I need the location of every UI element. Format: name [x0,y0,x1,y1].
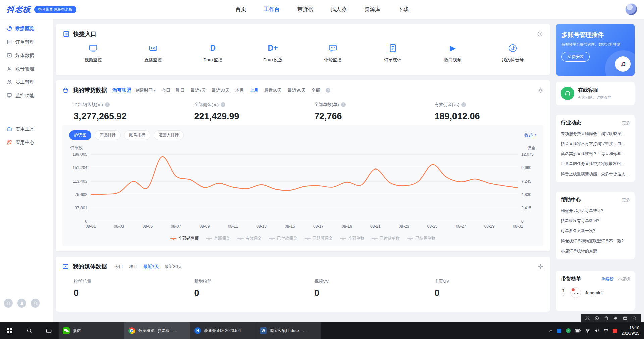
trash-icon[interactable] [604,316,608,320]
legend-total-sales[interactable]: 全部销售额 [170,235,199,241]
help-item[interactable]: 订单多久更新一次? [561,226,630,236]
tab-taoke-rank[interactable]: 淘客榜 [602,276,614,282]
sidebar-item-tools[interactable]: 实用工具 [0,123,53,136]
task-view-button[interactable] [39,322,58,339]
info-icon[interactable]: ? [461,102,466,107]
tab-taobao-alliance[interactable]: 淘宝联盟 [112,87,131,93]
user-avatar[interactable] [625,3,637,15]
info-icon[interactable]: ? [341,102,346,107]
news-item[interactable]: 巨量星图任务直播带货将收取20%... [561,159,630,169]
onedrive-tray-icon[interactable] [557,329,561,333]
quick-item-dou-monitor[interactable]: D Dou+监控 [183,43,243,63]
sidebar-item-accounts[interactable]: 账号管理 [0,62,53,76]
info-icon[interactable]: ? [105,102,110,107]
quick-item-order-stats[interactable]: 订单统计 [363,43,423,63]
news-more-link[interactable]: 更多 [622,120,630,126]
media-filter-yesterday[interactable]: 昨日 [129,264,138,270]
start-button[interactable] [0,322,19,339]
hidden-icons-chevron-icon[interactable] [549,329,553,332]
sidebar-item-app-center[interactable]: 应用中心 [0,136,53,149]
taskbar-app-wechat[interactable]: 微信 [58,322,124,339]
sidebar-item-data-overview[interactable]: 数据概览 [0,22,53,36]
sidebar-item-orders[interactable]: 订单管理 [0,36,53,49]
taskbar-app-word[interactable]: W 淘宝客项目.docx - ... [256,322,321,339]
online-service-card[interactable]: 在线客服 咨询问题、进交流群 [556,82,635,105]
customer-service-float-icon[interactable] [4,299,13,308]
quick-entry-settings-gear-icon[interactable] [537,31,543,37]
scissors-icon[interactable] [585,316,590,320]
tab-product-rank[interactable]: 商品排行 [95,130,121,140]
legend-paid-commission[interactable]: 已付款佣金 [269,235,297,241]
filter-this-month[interactable]: 本月 [235,87,244,93]
collapse-button[interactable]: 收起∧ [524,132,537,138]
app-logo[interactable]: 抖老板 [7,4,31,15]
taskbar-app-chrome[interactable]: 数据概览 - 抖老板 - ... [124,322,190,339]
media-settings-gear-icon[interactable] [538,264,543,269]
help-item[interactable]: 抖老板没有订单数据? [561,216,630,226]
legend-total-orders[interactable]: 全部单数 [340,235,364,241]
help-more-link[interactable]: 更多 [622,197,630,203]
tab-account-rank[interactable]: 账号排行 [124,130,150,140]
window-icon[interactable] [623,316,627,320]
sidebar-item-monitoring[interactable]: 监控功能 [0,89,53,103]
quick-item-hot-videos[interactable]: ▶ 热门视频 [423,43,483,63]
taskbar-clock[interactable]: 16:10 2020/9/25 [622,325,639,336]
security-shield-tray-icon[interactable]: ✓ [566,328,571,333]
create-time-dropdown[interactable]: 创建时间 ▾ [135,87,156,93]
help-item[interactable]: 如何开启小店订单统计? [561,206,630,216]
nav-item-workbench[interactable]: 工作台 [264,6,280,13]
sales-settings-gear-icon[interactable] [538,87,543,93]
search-icon[interactable] [632,316,637,320]
news-item[interactable]: 专项服务费大幅降低！淘宝联盟发... [561,129,630,139]
legend-total-commission[interactable]: 全部佣金 [206,235,230,241]
legend-valid-commission[interactable]: 有效佣金 [237,235,262,241]
nav-item-home[interactable]: 首页 [235,6,246,13]
line-chart-plot[interactable] [91,154,518,221]
filter-yesterday[interactable]: 昨日 [176,87,185,93]
quick-item-video-monitor[interactable]: 视频监控 [63,43,123,63]
qq-float-icon[interactable] [17,299,26,308]
quick-item-comment-monitor[interactable]: 评论监控 [303,43,363,63]
info-icon[interactable]: ? [221,102,225,107]
taskbar-search-button[interactable] [19,322,39,339]
filter-7days[interactable]: 最近7天 [191,87,206,93]
help-item[interactable]: 小店订单统计的来源 [561,246,630,256]
sidebar-item-staff[interactable]: 员工管理 [0,76,53,89]
legend-settled-commission[interactable]: 已结算佣金 [305,235,333,241]
feedback-float-icon[interactable] [31,299,40,308]
record-icon[interactable] [595,316,599,320]
filter-last-month[interactable]: 上月 [250,87,258,93]
quick-item-my-douyin[interactable]: 我的抖音号 [483,43,543,63]
legend-settled-orders[interactable]: 已结算单数 [407,235,435,241]
filter-60days[interactable]: 最近60天 [264,87,282,93]
filter-30days[interactable]: 最近30天 [212,87,229,93]
sogou-tray-icon[interactable] [613,329,617,333]
nav-item-network[interactable]: 找人脉 [331,6,347,13]
help-icon[interactable]: ? [326,88,330,93]
sidebar-item-media-data[interactable]: 媒体数据 [0,49,53,62]
news-item[interactable]: 莫名其妙直播被封？！每天和你相... [561,149,630,159]
rank-row[interactable]: 1- Jangmini [561,287,630,298]
media-filter-30days[interactable]: 最近30天 [164,264,182,270]
tab-trend-chart[interactable]: 趋势图 [69,130,91,140]
news-item[interactable]: 抖音上线重磅新功能！众多带货达人... [561,169,630,179]
media-filter-today[interactable]: 今日 [114,264,123,270]
speaker-icon[interactable] [613,316,618,320]
tab-shop-rank[interactable]: 小店榜 [618,276,630,282]
filter-all[interactable]: 全部 [311,87,320,93]
help-item[interactable]: 抖老板订单和淘宝联盟订单不一致? [561,236,630,246]
legend-paid-orders[interactable]: 已付款单数 [372,235,400,241]
volume-icon[interactable] [595,329,600,333]
ime-indicator[interactable]: 中 [604,328,608,334]
quick-item-live-monitor[interactable]: 直播监控 [123,43,183,63]
wifi-icon[interactable] [585,329,590,333]
quick-item-dou-delivery[interactable]: D+ Dou+投放 [243,43,303,63]
nav-item-rank[interactable]: 带货榜 [297,6,313,13]
taskbar-app-haodi[interactable]: H 豪迪普通版 2020.5.6 [190,322,256,339]
nav-item-download[interactable]: 下载 [398,6,409,13]
filter-today[interactable]: 今日 [162,87,170,93]
nav-item-resources[interactable]: 资源库 [364,6,380,13]
battery-icon[interactable] [575,329,581,333]
news-item[interactable]: 抖音直播将不再支持淘宝链接，电... [561,139,630,149]
free-install-button[interactable]: 免费安装 [561,52,590,62]
